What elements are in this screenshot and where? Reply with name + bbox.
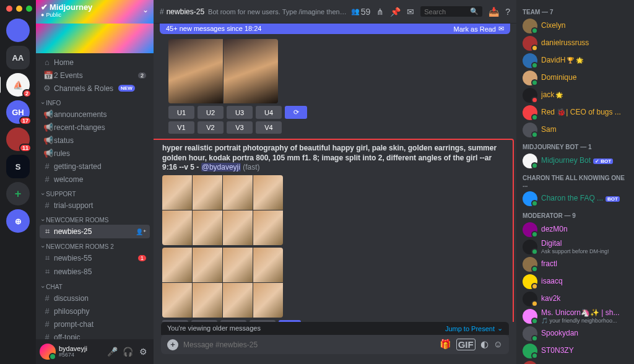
channel-off-topic[interactable]: #off-topic (40, 331, 150, 339)
public-label: Public (46, 12, 61, 18)
mark-as-read[interactable]: Mark as Read (454, 25, 496, 33)
inbox-tray-icon[interactable]: 📥 (489, 7, 499, 17)
category-newcomer-rooms[interactable]: NEWCOMER ROOMS (40, 212, 150, 225)
emoji-icon[interactable]: ☺ (493, 339, 503, 350)
nav-home[interactable]: ⌂Home (40, 56, 150, 69)
category-info[interactable]: INFO (40, 95, 150, 108)
member-digital[interactable]: DigitalAsk support before DM-ing! (520, 238, 630, 256)
midjourney-server[interactable]: ⛵2 (6, 73, 30, 97)
channel-trial-support[interactable]: #trial-support (40, 199, 150, 212)
nav-channels-roles[interactable]: ⚙Channels & RolesNEW (40, 82, 150, 95)
member-davidh[interactable]: DavidH🏆 🌟 (520, 52, 630, 69)
members-count[interactable]: 👥59 (351, 7, 371, 17)
member-kav-k[interactable]: kav2k (520, 290, 630, 308)
channel-recent-changes[interactable]: 📢recent-changes (40, 121, 150, 134)
image-attachment-grid[interactable] (162, 175, 283, 245)
channel-discussion[interactable]: #discussion (40, 292, 150, 305)
action-u4[interactable]: U4 (256, 106, 282, 119)
channel-welcome[interactable]: #welcome (40, 173, 150, 186)
jump-to-present[interactable]: Jump to Present ⌄ (445, 324, 503, 332)
inbox-icon[interactable]: ✉ (407, 7, 414, 17)
action-u3[interactable]: U3 (227, 106, 253, 119)
chevron-down-icon: ⌄ (142, 6, 149, 14)
channel-rules[interactable]: 📢rules (40, 147, 150, 160)
channel-newbies-25[interactable]: ⌗newbies-25👤⁺ (40, 225, 150, 238)
notifications-icon[interactable]: ⋔ (376, 7, 384, 17)
channel-announcements[interactable]: 📢announcements (40, 108, 150, 121)
member-cixelyn[interactable]: Cixelyn (520, 17, 630, 35)
reroll-button[interactable]: ⟳ (285, 106, 307, 119)
message-list: U1U2U3U4⟳ V1V2V3V4 18:25 hyper realistic… (154, 34, 516, 322)
help-icon[interactable]: ? (505, 7, 510, 17)
reroll-button[interactable]: ⟳ (279, 320, 301, 322)
aa-server[interactable]: AA (6, 46, 30, 69)
pins-icon[interactable]: 📌 (390, 7, 401, 17)
member-fractl[interactable]: fractl (520, 256, 630, 273)
channel-status[interactable]: 📢status (40, 134, 150, 147)
member-dezm-n[interactable]: dezM0n (520, 221, 630, 238)
action-u2[interactable]: U2 (198, 106, 224, 119)
image-attachment[interactable] (168, 39, 278, 103)
verified-icon: ✔ (41, 2, 48, 12)
add-attachment-button[interactable]: + (167, 339, 178, 350)
window-minimize[interactable] (16, 6, 22, 12)
self-avatar[interactable] (40, 344, 56, 360)
explore[interactable]: ⊕ (6, 209, 30, 233)
member-spookydan[interactable]: Spookydan (520, 325, 630, 342)
sticker-icon[interactable]: ◐ (480, 339, 489, 350)
category-chat[interactable]: CHAT (40, 279, 150, 292)
member-danielrussruss[interactable]: danielrussruss (520, 35, 630, 52)
dark-server[interactable]: S (6, 155, 30, 178)
gif-button[interactable]: GIF (456, 339, 476, 350)
add-server[interactable]: + (6, 182, 30, 206)
nav--events[interactable]: 📅2 Events2 (40, 69, 150, 82)
server-header[interactable]: ✔Midjourney ●Public ⌄ (36, 0, 154, 24)
member-jack[interactable]: jack🌟 (520, 87, 630, 104)
gift-icon[interactable]: 🎁 (440, 339, 451, 350)
search-box[interactable]: 🔍 (420, 6, 482, 17)
member-xaph[interactable]: Xaph (520, 360, 630, 364)
category-newcomer-rooms-[interactable]: NEWCOMER ROOMS 2 (40, 238, 150, 251)
chevron-down-icon: ⌄ (497, 324, 503, 332)
channel-newbies-85[interactable]: ⌗newbies-85 (40, 265, 150, 279)
message-input[interactable] (183, 340, 435, 349)
member-category: CHARON THE ALL KNOWING ONE ... (520, 170, 630, 190)
action-v4[interactable]: V4 (256, 121, 282, 134)
mute-icon[interactable]: 🎤 (105, 345, 119, 358)
channel-sidebar: ✔Midjourney ●Public ⌄ ⌂Home📅2 Events2⚙Ch… (36, 0, 154, 364)
user-mention[interactable]: @bydaveyji (201, 163, 241, 171)
member-st-n-zy[interactable]: ST0N3ZY (520, 342, 630, 360)
image-attachment-grid[interactable] (162, 248, 283, 318)
search-input[interactable] (424, 8, 467, 15)
window-zoom[interactable] (26, 6, 32, 12)
member-avatar (523, 361, 537, 364)
channel-getting-started[interactable]: #getting-started (40, 160, 150, 173)
channel-philosophy[interactable]: #philosophy (40, 305, 150, 318)
member-dominique[interactable]: Dominique (520, 69, 630, 87)
member-charon-the-faq-[interactable]: Charon the FAQ ...BOT (520, 190, 630, 207)
window-close[interactable] (6, 6, 12, 12)
action-v2[interactable]: V2 (198, 121, 224, 134)
action-u2[interactable]: U2 (191, 320, 217, 322)
red-server[interactable]: 11 (6, 128, 30, 151)
member-ms-unicorn-sh-[interactable]: Ms. Unicorn🦄✨ | sh...🎵 your friendly nei… (520, 308, 630, 325)
action-u4[interactable]: U4 (250, 320, 276, 322)
new-messages-bar[interactable]: 45+ new messages since 18:24 Mark as Rea… (160, 24, 510, 34)
channel-topic[interactable]: Bot room for new users. Type /imagine th… (208, 8, 347, 15)
settings-icon[interactable]: ⚙ (136, 345, 150, 358)
member-red-ceo-of-bugs-[interactable]: Red 🐞| CEO of bugs ... (520, 104, 630, 121)
category-support[interactable]: SUPPORT (40, 186, 150, 199)
gh-server[interactable]: GH17 (6, 100, 30, 124)
channel-prompt-chat[interactable]: #prompt-chat (40, 318, 150, 331)
channel-newbies-55[interactable]: ⌗newbies-551 (40, 251, 150, 265)
direct-messages[interactable] (6, 19, 30, 42)
member-midjourney-bot[interactable]: Midjourney Bot✓ BOT (520, 152, 630, 170)
member-isaacq[interactable]: isaacq (520, 273, 630, 290)
deafen-icon[interactable]: 🎧 (121, 345, 134, 358)
action-v3[interactable]: V3 (227, 121, 253, 134)
action-u3[interactable]: U3 (220, 320, 246, 322)
action-u1[interactable]: U1 (162, 320, 188, 322)
action-v1[interactable]: V1 (168, 121, 194, 134)
action-u1[interactable]: U1 (168, 106, 194, 119)
member-sam[interactable]: Sam (520, 121, 630, 139)
